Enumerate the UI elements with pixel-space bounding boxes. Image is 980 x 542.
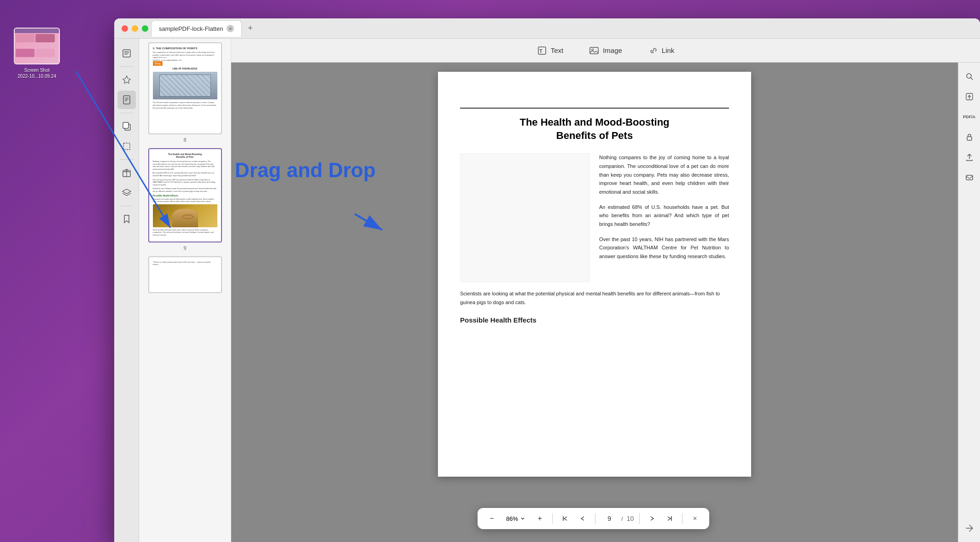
last-page-button[interactable] bbox=[663, 512, 677, 525]
email-button[interactable] bbox=[961, 169, 978, 186]
sidebar-icon-copy[interactable] bbox=[117, 117, 136, 135]
last-page-icon bbox=[666, 515, 673, 522]
thumbnail-page-10[interactable]: "There's no clear answer about how a fis… bbox=[143, 256, 227, 293]
thumb8-image bbox=[153, 72, 217, 99]
prev-page-icon bbox=[579, 515, 586, 522]
pdf-para-3: Over the past 10 years, NIH has partnere… bbox=[599, 235, 729, 261]
next-page-icon bbox=[649, 515, 655, 522]
tab-bar: samplePDF-lock-Flatten ✕ + bbox=[151, 18, 980, 38]
pdf-article-title: The Health and Mood-BoostingBenefits of … bbox=[460, 116, 729, 142]
sidebar-icons bbox=[114, 39, 139, 542]
pdf-input-line[interactable] bbox=[460, 94, 729, 109]
sidebar-icon-document[interactable] bbox=[117, 91, 136, 109]
thumbnail-page-9[interactable]: The Health and Mood-BoostingBenefits of … bbox=[143, 148, 227, 251]
new-tab-button[interactable]: + bbox=[244, 22, 257, 35]
text-icon: T bbox=[537, 46, 547, 56]
sidebar-divider-4 bbox=[120, 206, 134, 206]
zoom-dropdown[interactable]: 86% bbox=[502, 513, 529, 524]
separator-2 bbox=[595, 513, 595, 524]
search-button[interactable] bbox=[961, 68, 978, 85]
close-window-button[interactable] bbox=[122, 25, 128, 32]
pdf-bottom-para: Scientists are looking at what the poten… bbox=[460, 289, 729, 306]
thumb9-health-section: Possible Health Effects bbox=[153, 194, 217, 197]
screenshot-thumbnail bbox=[14, 28, 60, 64]
page-separator: / bbox=[621, 515, 623, 522]
svg-point-17 bbox=[592, 49, 594, 51]
thumb9-text1: Nothing compares to the joy of coming ho… bbox=[153, 160, 217, 170]
pdf-para-2: An estimated 68% of U.S. households have… bbox=[599, 203, 729, 229]
svg-rect-24 bbox=[967, 137, 972, 140]
prev-page-button[interactable] bbox=[576, 512, 589, 525]
thumb9-text5: Research on human-animal interactions is… bbox=[153, 198, 217, 203]
pdf-subtitle-health: Possible Health Effects bbox=[460, 316, 729, 324]
thumb8-orange-label: String bbox=[153, 61, 163, 66]
thumb-page-8-preview: 3. THE COMPOSITION OF POINTS The composi… bbox=[148, 42, 222, 134]
text-tool-label: Text bbox=[551, 46, 564, 54]
thumb9-title: The Health and Mood-BoostingBenefits of … bbox=[153, 153, 217, 158]
image-tool-button[interactable]: Image bbox=[582, 42, 630, 59]
sidebar-icon-notes[interactable] bbox=[117, 44, 136, 63]
lock-button[interactable] bbox=[961, 129, 978, 145]
thumb8-text: The composition of ordered points here m… bbox=[153, 51, 217, 61]
separator-1 bbox=[552, 513, 553, 524]
app-window: samplePDF-lock-Flatten ✕ + bbox=[114, 18, 980, 542]
screenshot-label2: 2022-10...10.09.24 bbox=[9, 73, 64, 79]
thumbnail-8-number: 8 bbox=[183, 137, 186, 143]
tab-close-button[interactable]: ✕ bbox=[227, 25, 234, 32]
maximize-window-button[interactable] bbox=[142, 25, 148, 32]
separator-3 bbox=[639, 513, 640, 524]
thumb9-text4: Scientists are looking at what the poten… bbox=[153, 187, 217, 192]
page-number-input[interactable] bbox=[601, 515, 618, 522]
minimize-window-button[interactable] bbox=[132, 25, 138, 32]
zoom-out-button[interactable]: − bbox=[485, 512, 499, 525]
active-tab[interactable]: samplePDF-lock-Flatten ✕ bbox=[151, 20, 242, 37]
link-tool-label: Link bbox=[662, 46, 675, 54]
right-toolbar: PDF/A bbox=[958, 63, 980, 542]
pdf-page-9: The Health and Mood-BoostingBenefits of … bbox=[438, 72, 751, 477]
main-area: 3. THE COMPOSITION OF POINTS The composi… bbox=[114, 39, 980, 542]
svg-rect-25 bbox=[966, 175, 973, 180]
upload-button[interactable] bbox=[961, 149, 978, 166]
pdf-col-left bbox=[460, 153, 590, 282]
pdfa-button[interactable]: PDF/A bbox=[961, 109, 978, 125]
svg-rect-10 bbox=[123, 143, 130, 150]
thumb9-text3: Over the past 10 years, NIH has partnere… bbox=[153, 179, 217, 186]
close-controls-button[interactable]: ✕ bbox=[688, 512, 702, 525]
tab-label: samplePDF-lock-Flatten bbox=[159, 25, 223, 32]
sidebar-icon-bookmark[interactable] bbox=[117, 210, 136, 228]
thumbnail-page-8[interactable]: 3. THE COMPOSITION OF POINTS The composi… bbox=[143, 42, 227, 143]
thumb8-line-of-knowledge: LINE OF KNOWLEDGE bbox=[153, 67, 217, 70]
page-controls: − 86% + bbox=[478, 508, 709, 529]
thumb-page-9-preview: The Health and Mood-BoostingBenefits of … bbox=[148, 148, 222, 242]
zoom-in-button[interactable]: + bbox=[533, 512, 547, 525]
compose-button[interactable] bbox=[961, 520, 978, 536]
share-button[interactable] bbox=[961, 88, 978, 105]
thumbnail-panel[interactable]: 3. THE COMPOSITION OF POINTS The composi… bbox=[139, 39, 231, 542]
separator-4 bbox=[682, 513, 682, 524]
sidebar-divider-2 bbox=[120, 113, 134, 113]
pdf-content-area[interactable]: The Health and Mood-BoostingBenefits of … bbox=[231, 63, 958, 542]
desktop-screenshot[interactable]: Screen Shot 2022-10...10.09.24 bbox=[9, 28, 64, 79]
image-icon bbox=[589, 46, 599, 56]
pdf-col-right: Nothing compares to the joy of coming ho… bbox=[599, 153, 729, 282]
svg-rect-4 bbox=[123, 96, 130, 104]
next-page-button[interactable] bbox=[645, 512, 659, 525]
sidebar-divider-3 bbox=[120, 159, 134, 160]
text-tool-button[interactable]: T Text bbox=[530, 42, 571, 59]
link-icon bbox=[648, 46, 658, 56]
sidebar-icon-gift[interactable] bbox=[117, 163, 136, 182]
thumb9-text2: An estimated 68% of U.S. households have… bbox=[153, 172, 217, 177]
sidebar-icon-crop[interactable] bbox=[117, 137, 136, 156]
thumb9-dog-image bbox=[153, 204, 217, 227]
sidebar-icon-pin[interactable] bbox=[117, 70, 136, 89]
titlebar: samplePDF-lock-Flatten ✕ + bbox=[114, 18, 980, 39]
svg-rect-16 bbox=[590, 47, 598, 54]
link-tool-button[interactable]: Link bbox=[641, 42, 682, 59]
sidebar-divider-1 bbox=[120, 66, 134, 67]
zoom-chevron-icon bbox=[520, 516, 525, 521]
pdf-two-column: Nothing compares to the joy of coming ho… bbox=[460, 153, 729, 282]
thumbnail-9-number: 9 bbox=[183, 245, 186, 251]
thumb8-composition-title: 3. THE COMPOSITION OF POINTS bbox=[153, 47, 217, 50]
sidebar-icon-layers[interactable] bbox=[117, 184, 136, 202]
first-page-button[interactable] bbox=[558, 512, 572, 525]
